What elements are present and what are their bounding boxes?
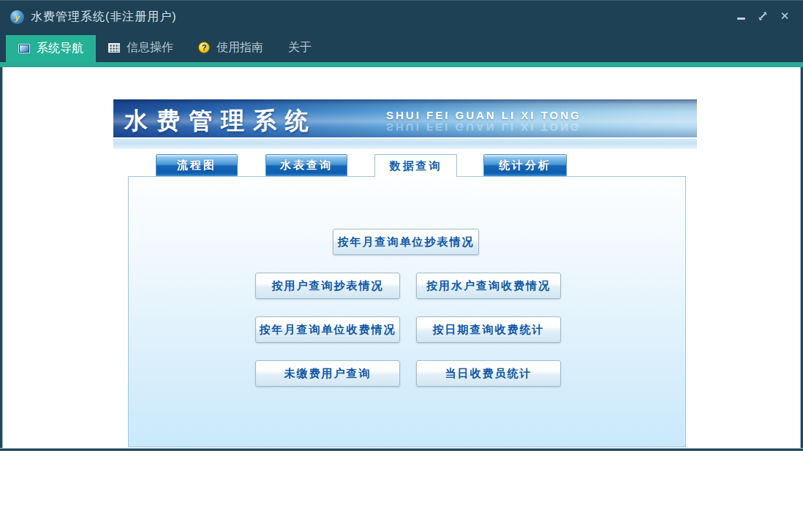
restore-icon: [758, 11, 768, 21]
tab-flow-chart[interactable]: 流程图: [156, 154, 238, 176]
banner-lower-strip: [113, 137, 697, 149]
menu-label: 关于: [288, 40, 312, 56]
window-icon: [18, 44, 30, 53]
banner-subtitle: SHUI FEI GUAN LI XI TONG: [386, 109, 581, 121]
banner-subtitle-reflection: SHUI FEI GUAN LI XI TONG: [386, 121, 581, 134]
query-fee-stats-by-date-button[interactable]: 按日期查询收费统计: [416, 316, 561, 343]
query-monthly-unit-meter-reading-button[interactable]: 按年月查询单位抄表情况: [333, 229, 479, 255]
query-monthly-unit-fee-button[interactable]: 按年月查询单位收费情况: [255, 316, 400, 343]
tab-statistics-analysis[interactable]: 统计分析: [483, 154, 567, 176]
menu-label: 系统导航: [37, 41, 83, 56]
app-window: y 水费管理系统(非注册用户) ✕ 系统导航 信息操作: [0, 0, 803, 532]
close-button[interactable]: ✕: [778, 10, 791, 23]
window-title: 水费管理系统(非注册用户): [31, 10, 177, 25]
banner-title: 水费管理系统: [124, 105, 317, 137]
query-user-meter-reading-button[interactable]: 按用户查询抄表情况: [255, 273, 400, 299]
minimize-icon: [737, 18, 745, 20]
menu-item-about[interactable]: 关于: [276, 33, 324, 62]
window-border-right: [800, 67, 803, 451]
menu-item-info-ops[interactable]: 信息操作: [96, 33, 186, 62]
window-border-left: [0, 67, 3, 451]
tab-water-meter-query[interactable]: 水表查询: [265, 154, 347, 176]
menu-item-system-nav[interactable]: 系统导航: [6, 35, 96, 62]
window-controls: ✕: [734, 10, 791, 23]
help-icon: ?: [198, 42, 210, 53]
data-query-panel: [128, 176, 686, 447]
menu-accent-strip: [0, 62, 803, 67]
banner: 水费管理系统 SHUI FEI GUAN LI XI TONG SHUI FEI…: [113, 99, 697, 137]
minimize-button[interactable]: [734, 10, 747, 23]
window-border-bottom: [0, 448, 803, 451]
query-water-user-fee-button[interactable]: 按用水户查询收费情况: [416, 273, 561, 299]
app-logo-icon: y: [10, 10, 24, 24]
menu-label: 信息操作: [127, 40, 173, 56]
title-bar: y 水费管理系统(非注册用户) ✕: [0, 0, 803, 33]
menu-bar: 系统导航 信息操作 ? 使用指南 关于: [0, 33, 803, 62]
menu-label: 使用指南: [216, 40, 263, 56]
today-collector-stats-button[interactable]: 当日收费员统计: [416, 360, 561, 387]
grid-icon: [108, 43, 120, 53]
tab-data-query[interactable]: 数据查询: [374, 154, 457, 177]
menu-item-user-guide[interactable]: ? 使用指南: [186, 33, 276, 62]
restore-button[interactable]: [756, 10, 769, 23]
query-unpaid-users-button[interactable]: 未缴费用户查询: [255, 360, 400, 387]
banner-subtitle-group: SHUI FEI GUAN LI XI TONG SHUI FEI GUAN L…: [386, 109, 581, 134]
